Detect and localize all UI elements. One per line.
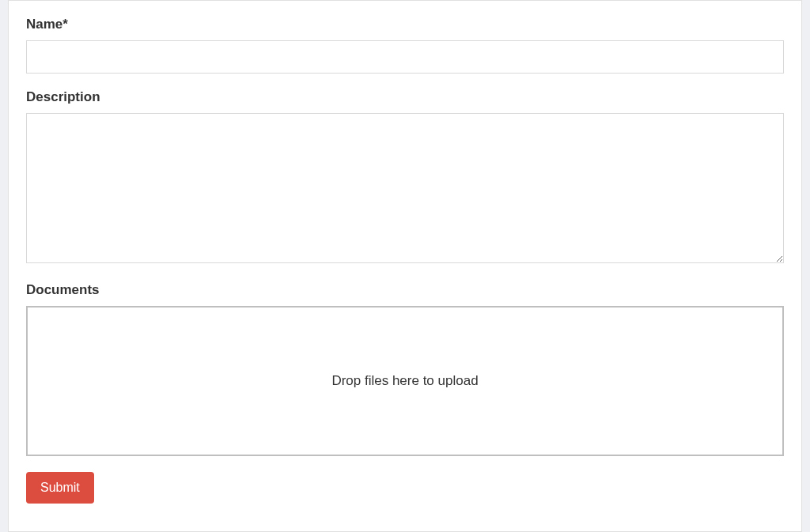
- description-textarea[interactable]: [26, 113, 784, 263]
- dropzone-text: Drop files here to upload: [331, 373, 478, 389]
- documents-dropzone[interactable]: Drop files here to upload: [26, 306, 784, 456]
- documents-group: Documents Drop files here to upload: [26, 282, 784, 456]
- form-card: Name* Description Documents Drop files h…: [8, 0, 802, 532]
- submit-button[interactable]: Submit: [26, 472, 94, 504]
- page-container: Name* Description Documents Drop files h…: [0, 0, 810, 532]
- name-group: Name*: [26, 17, 784, 74]
- name-label: Name*: [26, 17, 784, 32]
- documents-label: Documents: [26, 282, 784, 298]
- name-input[interactable]: [26, 40, 784, 74]
- description-label: Description: [26, 89, 784, 105]
- description-group: Description: [26, 89, 784, 266]
